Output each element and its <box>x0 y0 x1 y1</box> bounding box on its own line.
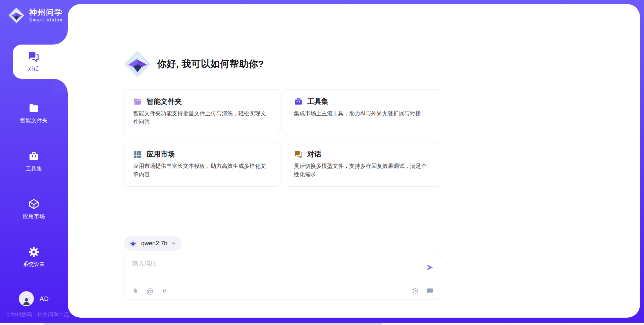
avatar <box>19 291 34 306</box>
sidebar-item-label: 智能文件夹 <box>20 117 48 124</box>
hashtag-button[interactable]: # <box>161 287 168 295</box>
brand-logo: 神州问学 Smart Vision <box>8 7 63 24</box>
user-name: AD <box>40 295 49 303</box>
history-icon <box>412 287 419 295</box>
app-grid-icon <box>133 150 142 159</box>
message-icon <box>426 287 433 295</box>
message-input[interactable] <box>132 259 414 279</box>
sidebar: 神州问学 Smart Vision 对话 智能文件夹 工具集 应用市场 系统设置 <box>0 0 68 323</box>
card-smart-folder[interactable]: 智能文件夹 智能文件夹功能支持批量文件上传与清洗，轻松实现文件问答 <box>124 89 280 134</box>
sidebar-item-chat[interactable]: 对话 <box>13 45 68 79</box>
card-title: 智能文件夹 <box>147 97 182 106</box>
attach-button[interactable] <box>132 287 139 295</box>
sidebar-item-label: 对话 <box>28 66 39 73</box>
history-button[interactable] <box>412 287 419 295</box>
greeting-diamond-icon <box>123 50 152 78</box>
brand-name: 神州问学 <box>29 8 63 17</box>
sidebar-item-label: 应用市场 <box>23 213 45 220</box>
new-chat-button[interactable] <box>426 287 433 295</box>
sidebar-item-toolset[interactable]: 工具集 <box>0 151 68 173</box>
composer-toolbar: @ # <box>124 282 441 300</box>
quick-cards: 智能文件夹 智能文件夹功能支持批量文件上传与清洗，轻松实现文件问答 工具集 集成… <box>124 89 441 187</box>
active-tab-curve-bottom <box>53 79 68 93</box>
briefcase-icon <box>28 151 40 162</box>
gear-icon <box>28 246 40 258</box>
sidebar-item-label: 工具集 <box>25 166 42 173</box>
folder-icon <box>28 103 40 114</box>
model-diamond-icon <box>128 239 138 248</box>
scrollbar-thumb[interactable] <box>44 323 382 325</box>
send-icon <box>425 263 434 272</box>
sidebar-item-app-market[interactable]: 应用市场 <box>0 198 68 220</box>
person-icon <box>21 296 32 306</box>
sidebar-item-label: 系统设置 <box>23 261 45 268</box>
greeting-text: 你好, 我可以如何帮助你? <box>157 58 264 70</box>
card-desc: 灵活切换多模型文件，支持多样回复效果调试，满足个性化需求 <box>294 162 432 179</box>
card-title: 应用市场 <box>147 149 175 159</box>
user-account[interactable]: AD <box>19 291 49 306</box>
greeting: 你好, 我可以如何帮助你? <box>123 50 264 78</box>
mention-button[interactable]: @ <box>146 287 154 295</box>
card-title: 工具集 <box>307 97 328 106</box>
message-composer: @ # <box>124 254 441 300</box>
brand-diamond-icon <box>8 7 25 24</box>
card-app-market[interactable]: 应用市场 应用市场提供丰富长文本模板，助力高效生成多样化文章内容 <box>124 142 280 187</box>
card-chat[interactable]: 对话 灵活切换多模型文件，支持多样回复效果调试，满足个性化需求 <box>285 142 441 187</box>
sidebar-item-smart-folder[interactable]: 智能文件夹 <box>0 103 68 124</box>
card-toolset[interactable]: 工具集 集成市场上主流工具，助力AI与外界无缝扩展与对接 <box>285 89 441 134</box>
active-tab-curve-top <box>53 30 68 45</box>
send-button[interactable] <box>425 263 434 272</box>
card-desc: 应用市场提供丰富长文本模板，助力高效生成多样化文章内容 <box>133 162 271 179</box>
chat-icon <box>28 51 40 63</box>
app-root: 神州问学 Smart Vision 对话 智能文件夹 工具集 应用市场 系统设置 <box>0 0 644 323</box>
cube-icon <box>28 198 40 210</box>
paperclip-icon <box>132 287 139 295</box>
card-desc: 智能文件夹功能支持批量文件上传与清洗，轻松实现文件问答 <box>133 109 271 126</box>
copyright-footer: ©神州数码 · 神州问学出品 <box>7 311 69 318</box>
toolbox-icon <box>294 97 303 106</box>
folder-open-icon <box>133 97 142 106</box>
card-desc: 集成市场上主流工具，助力AI与外界无缝扩展与对接 <box>294 109 432 118</box>
sidebar-item-settings[interactable]: 系统设置 <box>0 246 68 268</box>
brand-subtitle: Smart Vision <box>29 18 63 22</box>
model-selector[interactable]: qwen2:7b <box>124 236 181 251</box>
horizontal-scrollbar[interactable] <box>0 323 644 325</box>
chat-icon <box>294 150 303 159</box>
chevron-down-icon <box>171 241 176 246</box>
model-name: qwen2:7b <box>141 240 167 247</box>
card-title: 对话 <box>307 149 321 159</box>
